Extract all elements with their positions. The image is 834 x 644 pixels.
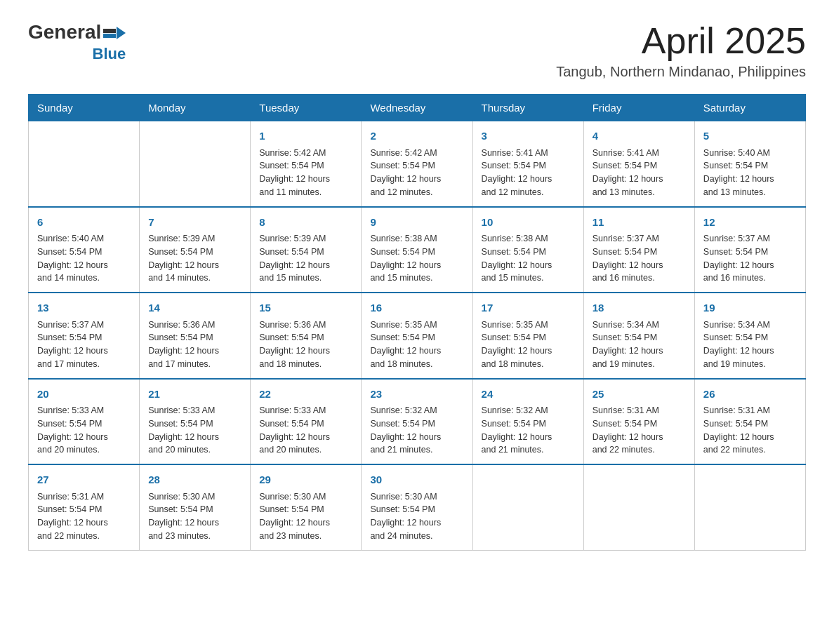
day-number: 12: [703, 215, 797, 231]
day-info: Sunrise: 5:40 AM Sunset: 5:54 PM Dayligh…: [37, 232, 131, 285]
day-number: 8: [259, 215, 352, 231]
day-number: 13: [37, 300, 131, 316]
calendar-cell: 20Sunrise: 5:33 AM Sunset: 5:54 PM Dayli…: [29, 379, 140, 465]
day-info: Sunrise: 5:31 AM Sunset: 5:54 PM Dayligh…: [37, 490, 131, 543]
calendar-header-row: SundayMondayTuesdayWednesdayThursdayFrid…: [29, 95, 806, 121]
day-number: 22: [259, 387, 352, 403]
day-info: Sunrise: 5:36 AM Sunset: 5:54 PM Dayligh…: [259, 318, 352, 371]
calendar-cell: [583, 464, 694, 550]
calendar-cell: 29Sunrise: 5:30 AM Sunset: 5:54 PM Dayli…: [251, 464, 362, 550]
location-title: Tangub, Northern Mindanao, Philippines: [556, 64, 806, 80]
calendar-week-row: 13Sunrise: 5:37 AM Sunset: 5:54 PM Dayli…: [29, 293, 806, 379]
logo-arrow-icon: [117, 27, 126, 39]
day-info: Sunrise: 5:38 AM Sunset: 5:54 PM Dayligh…: [482, 232, 575, 285]
day-info: Sunrise: 5:30 AM Sunset: 5:54 PM Dayligh…: [148, 490, 241, 543]
calendar-cell: 5Sunrise: 5:40 AM Sunset: 5:54 PM Daylig…: [694, 121, 805, 207]
day-number: 1: [259, 128, 352, 145]
logo-general-text: General: [28, 21, 101, 43]
calendar-cell: 10Sunrise: 5:38 AM Sunset: 5:54 PM Dayli…: [472, 207, 583, 293]
day-number: 7: [148, 215, 241, 231]
day-info: Sunrise: 5:37 AM Sunset: 5:54 PM Dayligh…: [703, 232, 797, 285]
day-info: Sunrise: 5:35 AM Sunset: 5:54 PM Dayligh…: [370, 318, 463, 371]
calendar-week-row: 27Sunrise: 5:31 AM Sunset: 5:54 PM Dayli…: [29, 464, 806, 550]
calendar-cell: 22Sunrise: 5:33 AM Sunset: 5:54 PM Dayli…: [251, 379, 362, 465]
calendar-cell: 26Sunrise: 5:31 AM Sunset: 5:54 PM Dayli…: [694, 379, 805, 465]
calendar-week-row: 6Sunrise: 5:40 AM Sunset: 5:54 PM Daylig…: [29, 207, 806, 293]
calendar-cell: [29, 121, 140, 207]
day-number: 25: [593, 387, 686, 403]
day-info: Sunrise: 5:42 AM Sunset: 5:54 PM Dayligh…: [370, 147, 463, 199]
day-info: Sunrise: 5:34 AM Sunset: 5:54 PM Dayligh…: [703, 318, 797, 371]
day-number: 4: [593, 128, 686, 145]
day-info: Sunrise: 5:30 AM Sunset: 5:54 PM Dayligh…: [370, 490, 463, 543]
day-number: 27: [37, 472, 131, 488]
day-number: 9: [370, 215, 463, 231]
calendar-cell: 16Sunrise: 5:35 AM Sunset: 5:54 PM Dayli…: [362, 293, 472, 379]
logo: General Blue: [28, 21, 126, 63]
calendar-cell: 3Sunrise: 5:41 AM Sunset: 5:54 PM Daylig…: [472, 121, 583, 207]
calendar-cell: [140, 121, 251, 207]
day-info: Sunrise: 5:33 AM Sunset: 5:54 PM Dayligh…: [37, 404, 131, 457]
day-info: Sunrise: 5:37 AM Sunset: 5:54 PM Dayligh…: [37, 318, 131, 371]
calendar-cell: [472, 464, 583, 550]
day-number: 3: [482, 128, 575, 145]
day-info: Sunrise: 5:31 AM Sunset: 5:54 PM Dayligh…: [593, 404, 686, 457]
calendar-cell: 19Sunrise: 5:34 AM Sunset: 5:54 PM Dayli…: [694, 293, 805, 379]
calendar-cell: 21Sunrise: 5:33 AM Sunset: 5:54 PM Dayli…: [140, 379, 251, 465]
day-info: Sunrise: 5:32 AM Sunset: 5:54 PM Dayligh…: [482, 404, 575, 457]
day-number: 20: [37, 387, 131, 403]
day-info: Sunrise: 5:39 AM Sunset: 5:54 PM Dayligh…: [259, 232, 352, 285]
day-number: 28: [148, 472, 241, 488]
col-header-monday: Monday: [140, 95, 251, 121]
calendar-cell: 27Sunrise: 5:31 AM Sunset: 5:54 PM Dayli…: [29, 464, 140, 550]
day-number: 14: [148, 300, 241, 316]
day-number: 21: [148, 387, 241, 403]
calendar-cell: 18Sunrise: 5:34 AM Sunset: 5:54 PM Dayli…: [583, 293, 694, 379]
calendar-cell: 11Sunrise: 5:37 AM Sunset: 5:54 PM Dayli…: [583, 207, 694, 293]
day-info: Sunrise: 5:39 AM Sunset: 5:54 PM Dayligh…: [148, 232, 241, 285]
col-header-tuesday: Tuesday: [251, 95, 362, 121]
month-title: April 2025: [556, 21, 806, 61]
day-info: Sunrise: 5:33 AM Sunset: 5:54 PM Dayligh…: [259, 404, 352, 457]
calendar-week-row: 20Sunrise: 5:33 AM Sunset: 5:54 PM Dayli…: [29, 379, 806, 465]
day-number: 2: [370, 128, 463, 145]
col-header-friday: Friday: [583, 95, 694, 121]
day-number: 11: [593, 215, 686, 231]
day-info: Sunrise: 5:41 AM Sunset: 5:54 PM Dayligh…: [593, 147, 686, 199]
day-number: 15: [259, 300, 352, 316]
day-number: 6: [37, 215, 131, 231]
calendar-cell: 1Sunrise: 5:42 AM Sunset: 5:54 PM Daylig…: [251, 121, 362, 207]
calendar-cell: 13Sunrise: 5:37 AM Sunset: 5:54 PM Dayli…: [29, 293, 140, 379]
calendar-cell: 6Sunrise: 5:40 AM Sunset: 5:54 PM Daylig…: [29, 207, 140, 293]
day-info: Sunrise: 5:42 AM Sunset: 5:54 PM Dayligh…: [259, 147, 352, 199]
day-info: Sunrise: 5:31 AM Sunset: 5:54 PM Dayligh…: [703, 404, 797, 457]
day-number: 29: [259, 472, 352, 488]
calendar-cell: 12Sunrise: 5:37 AM Sunset: 5:54 PM Dayli…: [694, 207, 805, 293]
day-number: 30: [370, 472, 463, 488]
day-info: Sunrise: 5:30 AM Sunset: 5:54 PM Dayligh…: [259, 490, 352, 543]
calendar-cell: 28Sunrise: 5:30 AM Sunset: 5:54 PM Dayli…: [140, 464, 251, 550]
calendar-cell: 2Sunrise: 5:42 AM Sunset: 5:54 PM Daylig…: [362, 121, 472, 207]
logo-flag-icon: [103, 29, 116, 38]
calendar-cell: 25Sunrise: 5:31 AM Sunset: 5:54 PM Dayli…: [583, 379, 694, 465]
calendar-cell: 23Sunrise: 5:32 AM Sunset: 5:54 PM Dayli…: [362, 379, 472, 465]
day-info: Sunrise: 5:32 AM Sunset: 5:54 PM Dayligh…: [370, 404, 463, 457]
calendar-cell: 24Sunrise: 5:32 AM Sunset: 5:54 PM Dayli…: [472, 379, 583, 465]
day-number: 18: [593, 300, 686, 316]
calendar-cell: [694, 464, 805, 550]
logo-blue-text: Blue: [93, 45, 126, 63]
day-number: 10: [482, 215, 575, 231]
day-info: Sunrise: 5:38 AM Sunset: 5:54 PM Dayligh…: [370, 232, 463, 285]
calendar-cell: 7Sunrise: 5:39 AM Sunset: 5:54 PM Daylig…: [140, 207, 251, 293]
day-info: Sunrise: 5:37 AM Sunset: 5:54 PM Dayligh…: [593, 232, 686, 285]
calendar-week-row: 1Sunrise: 5:42 AM Sunset: 5:54 PM Daylig…: [29, 121, 806, 207]
calendar-cell: 17Sunrise: 5:35 AM Sunset: 5:54 PM Dayli…: [472, 293, 583, 379]
calendar-cell: 9Sunrise: 5:38 AM Sunset: 5:54 PM Daylig…: [362, 207, 472, 293]
calendar-table: SundayMondayTuesdayWednesdayThursdayFrid…: [28, 94, 806, 551]
day-number: 19: [703, 300, 797, 316]
day-info: Sunrise: 5:36 AM Sunset: 5:54 PM Dayligh…: [148, 318, 241, 371]
day-info: Sunrise: 5:35 AM Sunset: 5:54 PM Dayligh…: [482, 318, 575, 371]
col-header-thursday: Thursday: [472, 95, 583, 121]
calendar-cell: 4Sunrise: 5:41 AM Sunset: 5:54 PM Daylig…: [583, 121, 694, 207]
calendar-cell: 8Sunrise: 5:39 AM Sunset: 5:54 PM Daylig…: [251, 207, 362, 293]
